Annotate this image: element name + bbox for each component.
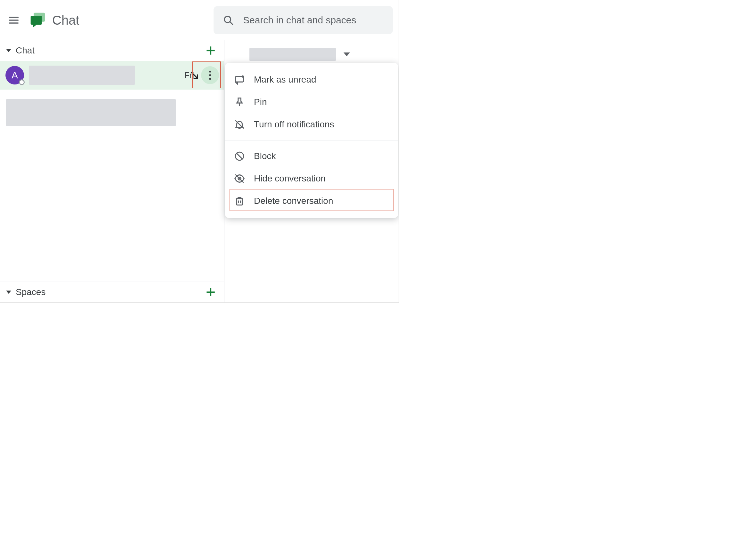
block-icon xyxy=(234,151,245,162)
search-placeholder: Search in chat and spaces xyxy=(243,15,356,26)
menu-item-label: Mark as unread xyxy=(254,75,316,85)
menu-item-label: Block xyxy=(254,151,276,161)
svg-point-8 xyxy=(209,74,211,76)
contact-dropdown-caret-icon[interactable] xyxy=(344,52,350,56)
chat-item-selected[interactable]: A Fri xyxy=(0,61,224,90)
svg-line-3 xyxy=(230,22,233,24)
menu-hide-conversation[interactable]: Hide conversation xyxy=(225,167,398,190)
delete-icon xyxy=(234,195,245,206)
main-panel: Away Mark as unread Pin Turn off notific… xyxy=(225,40,399,303)
app-logo-area: Chat xyxy=(29,11,79,29)
search-bar[interactable]: Search in chat and spaces xyxy=(214,6,393,34)
svg-point-7 xyxy=(209,71,211,73)
new-chat-button[interactable] xyxy=(203,43,218,58)
search-icon xyxy=(223,14,234,26)
contact-name-redacted xyxy=(29,66,135,85)
more-options-button[interactable] xyxy=(201,66,219,84)
chat-section-label: Chat xyxy=(16,45,35,56)
app-title: Chat xyxy=(52,13,79,28)
menu-item-label: Delete conversation xyxy=(254,196,333,206)
menu-pin[interactable]: Pin xyxy=(225,91,398,113)
hide-icon xyxy=(234,173,245,184)
menu-divider xyxy=(225,140,398,140)
avatar: A xyxy=(5,66,24,84)
main-menu-icon[interactable] xyxy=(6,12,21,28)
presence-indicator xyxy=(19,79,25,85)
menu-item-label: Turn off notifications xyxy=(254,119,334,130)
svg-point-13 xyxy=(242,75,244,78)
menu-turn-off-notifications[interactable]: Turn off notifications xyxy=(225,113,398,136)
new-space-button[interactable] xyxy=(203,285,218,300)
menu-block[interactable]: Block xyxy=(225,145,398,167)
menu-item-label: Pin xyxy=(254,97,267,107)
annotation-arrow xyxy=(190,70,199,80)
menu-delete-conversation[interactable]: Delete conversation xyxy=(225,190,398,212)
chat-item-redacted[interactable] xyxy=(6,99,176,126)
caret-down-icon xyxy=(6,291,11,294)
pin-icon xyxy=(234,97,245,107)
app-header: Chat Search in chat and spaces xyxy=(0,0,399,40)
chat-section-header[interactable]: Chat xyxy=(0,40,224,61)
bell-off-icon xyxy=(234,119,245,130)
contact-header-redacted xyxy=(250,48,336,61)
spaces-section-label: Spaces xyxy=(16,287,45,297)
avatar-letter: A xyxy=(12,70,18,81)
svg-rect-20 xyxy=(237,199,242,205)
svg-point-9 xyxy=(209,78,211,80)
spaces-section-header[interactable]: Spaces xyxy=(0,282,224,303)
menu-item-label: Hide conversation xyxy=(254,173,326,184)
svg-rect-1 xyxy=(31,16,42,25)
chat-logo-icon xyxy=(29,11,47,29)
sidebar: Chat A Fri Spaces xyxy=(0,40,225,303)
svg-line-6 xyxy=(191,72,198,78)
mark-unread-icon xyxy=(234,74,245,85)
caret-down-icon xyxy=(6,49,11,52)
context-menu: Mark as unread Pin Turn off notification… xyxy=(225,63,398,218)
svg-line-17 xyxy=(237,153,242,159)
menu-mark-unread[interactable]: Mark as unread xyxy=(225,68,398,91)
